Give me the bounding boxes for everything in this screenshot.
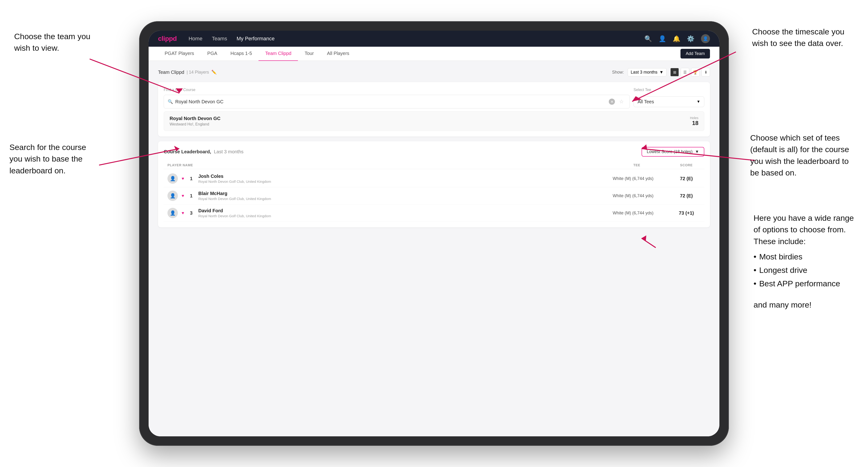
team-controls: Show: Last 3 months ▼ ⊞ ☰ 🏆 ⬇ <box>612 68 710 76</box>
player-count: | 14 Players <box>187 70 209 75</box>
score-chevron-icon: ▼ <box>695 149 699 154</box>
chevron-icon: ▼ <box>659 70 663 75</box>
search-labels: Find a Golf Course Select Tee <box>164 88 704 92</box>
rank: 1 <box>188 193 195 198</box>
player-score: 72 (E) <box>672 193 701 198</box>
annotation-top-left: Choose the team youwish to view. <box>14 31 90 54</box>
player-club: Royal North Devon Golf Club, United King… <box>198 214 594 218</box>
course-result-info: Royal North Devon GC Westward Ho!, Engla… <box>169 116 220 126</box>
tab-tour[interactable]: Tour <box>298 47 320 61</box>
annotation-top-right: Choose the timescale youwish to see the … <box>752 26 844 49</box>
player-info: Josh Coles Royal North Devon Golf Club, … <box>198 174 594 184</box>
course-result-location: Westward Ho!, England <box>169 122 220 126</box>
list-view-button[interactable]: ☰ <box>681 68 689 76</box>
show-label: Show: <box>612 70 624 75</box>
player-name: David Ford <box>198 208 594 214</box>
rank: 1 <box>188 176 195 181</box>
player-name: Josh Coles <box>198 174 594 179</box>
table-row: 👤 ♥ 3 David Ford Royal North Devon Golf … <box>164 205 704 222</box>
rank: 3 <box>188 210 195 216</box>
tablet-frame: clippd Home Teams My Performance 🔍 👤 🔔 ⚙… <box>139 21 729 446</box>
player-tee: White (M) (6,744 yds) <box>598 211 669 216</box>
col-score: SCORE <box>672 163 701 167</box>
select-tee-label: Select Tee <box>633 88 704 92</box>
period-dropdown[interactable]: Last 3 months ▼ <box>628 68 666 76</box>
player-info: Blair McHarg Royal North Devon Golf Club… <box>198 191 594 201</box>
list-item: •Longest drive <box>753 264 854 276</box>
player-tee: White (M) (6,744 yds) <box>598 176 669 181</box>
course-search-input[interactable]: 🔍 Royal North Devon GC ✕ ☆ <box>164 95 630 108</box>
clear-search-button[interactable]: ✕ <box>609 99 615 105</box>
course-result-name: Royal North Devon GC <box>169 116 220 121</box>
annotation-mid-left: Search for the courseyou wish to base th… <box>9 142 86 177</box>
table-row: 👤 ♥ 1 Blair McHarg Royal North Devon Gol… <box>164 187 704 205</box>
player-club: Royal North Devon Golf Club, United King… <box>198 180 594 184</box>
main-content: Team Clippd | 14 Players ✏️ Show: Last 3… <box>149 61 719 436</box>
tab-all-players[interactable]: All Players <box>320 47 356 61</box>
people-icon[interactable]: 👤 <box>658 35 666 42</box>
course-result-item: Royal North Devon GC Westward Ho!, Engla… <box>164 111 704 131</box>
tab-pga[interactable]: PGA <box>201 47 224 61</box>
tab-team-clippd[interactable]: Team Clippd <box>258 47 298 61</box>
score-type-dropdown[interactable]: Lowest Score (18 holes) ▼ <box>642 147 704 157</box>
nav-home[interactable]: Home <box>188 36 203 42</box>
edit-icon[interactable]: ✏️ <box>211 69 217 75</box>
add-team-button[interactable]: Add Team <box>680 49 710 59</box>
course-search-card: Find a Golf Course Select Tee 🔍 Royal No… <box>158 82 710 136</box>
favorite-icon: ♥ <box>182 211 184 216</box>
holes-value: 18 <box>690 120 699 126</box>
download-button[interactable]: ⬇ <box>702 68 710 76</box>
player-info: David Ford Royal North Devon Golf Club, … <box>198 208 594 218</box>
settings-icon[interactable]: ⚙️ <box>687 35 694 42</box>
nav-my-performance[interactable]: My Performance <box>237 36 275 42</box>
tab-pgat[interactable]: PGAT Players <box>158 47 201 61</box>
player-name: Blair McHarg <box>198 191 594 196</box>
grid-view-button[interactable]: ⊞ <box>670 68 679 76</box>
avatar: 👤 <box>167 173 178 184</box>
avatar: 👤 <box>167 191 178 201</box>
user-avatar[interactable]: 👤 <box>701 34 710 43</box>
sub-nav-tabs: PGAT Players PGA Hcaps 1-5 Team Clippd T… <box>158 47 680 61</box>
tee-value: All Tees <box>638 99 654 104</box>
search-icon: 🔍 <box>168 99 173 104</box>
trophy-view-button[interactable]: 🏆 <box>691 68 700 76</box>
list-item: •Best APP performance <box>753 278 854 289</box>
view-icons: ⊞ ☰ 🏆 ⬇ <box>670 68 710 76</box>
avatar: 👤 <box>167 208 178 218</box>
player-club: Royal North Devon Golf Club, United King… <box>198 197 594 201</box>
holes-badge: Holes 18 <box>690 116 699 126</box>
nav-icons: 🔍 👤 🔔 ⚙️ 👤 <box>644 34 710 43</box>
player-score: 73 (+1) <box>672 210 701 216</box>
leaderboard-title: Course Leaderboard, Last 3 months <box>164 149 243 154</box>
table-header: PLAYER NAME TEE SCORE <box>164 161 704 169</box>
find-course-label: Find a Golf Course <box>164 88 629 92</box>
col-player: PLAYER NAME <box>167 163 601 167</box>
col-tee: TEE <box>601 163 672 167</box>
player-tee: White (M) (6,744 yds) <box>598 193 669 198</box>
list-item: •Most birdies <box>753 251 854 262</box>
tee-selector-dropdown[interactable]: All Tees ▼ <box>633 96 704 107</box>
leaderboard-card: Course Leaderboard, Last 3 months Lowest… <box>158 141 710 227</box>
leaderboard-header: Course Leaderboard, Last 3 months Lowest… <box>164 147 704 157</box>
search-icon[interactable]: 🔍 <box>644 35 652 42</box>
team-header: Team Clippd | 14 Players ✏️ Show: Last 3… <box>158 68 710 76</box>
tee-chevron-icon: ▼ <box>696 99 700 104</box>
search-row: 🔍 Royal North Devon GC ✕ ☆ All Tees ▼ <box>164 95 704 108</box>
player-score: 72 (E) <box>672 176 701 181</box>
bullet-list: •Most birdies •Longest drive •Best APP p… <box>753 251 854 290</box>
nav-links: Home Teams My Performance <box>188 36 644 42</box>
annotation-bottom-right: Here you have a wide rangeof options to … <box>753 212 854 311</box>
sub-navbar: PGAT Players PGA Hcaps 1-5 Team Clippd T… <box>149 47 719 61</box>
app-logo: clippd <box>158 35 177 42</box>
favorite-icon: ♥ <box>182 193 184 198</box>
nav-teams[interactable]: Teams <box>212 36 227 42</box>
tablet-screen: clippd Home Teams My Performance 🔍 👤 🔔 ⚙… <box>149 31 719 436</box>
app-navbar: clippd Home Teams My Performance 🔍 👤 🔔 ⚙… <box>149 31 719 47</box>
course-search-value: Royal North Devon GC <box>175 99 607 104</box>
tab-hcaps[interactable]: Hcaps 1-5 <box>224 47 258 61</box>
favorite-button[interactable]: ☆ <box>617 97 626 106</box>
holes-label: Holes <box>690 116 699 120</box>
team-title: Team Clippd | 14 Players ✏️ <box>158 69 217 75</box>
bell-icon[interactable]: 🔔 <box>673 35 680 42</box>
and-more-text: and many more! <box>753 299 854 311</box>
